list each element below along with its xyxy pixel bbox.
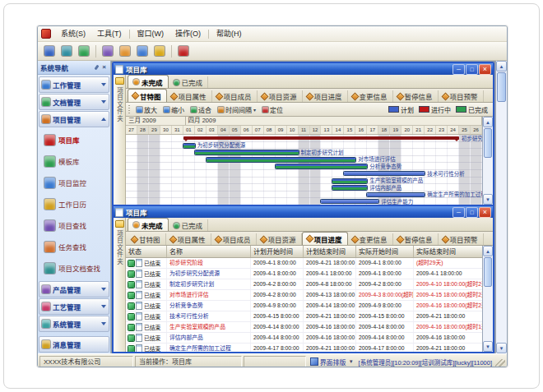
table-row[interactable]: 已结束初步研究阶段2009-4-1 8:00:002009-4-21 18:00… xyxy=(126,258,482,269)
view-tab-8[interactable]: 项目预警 xyxy=(439,90,484,102)
table-row[interactable]: 已结束确定生产所需的加工过程2009-4-17 8:00:002009-4-21… xyxy=(126,344,482,352)
sidebar-section-6[interactable]: 系统管理 xyxy=(39,316,109,332)
gantt-tool-1[interactable]: 放大 xyxy=(134,104,160,115)
scroll-up-icon[interactable] xyxy=(483,246,493,256)
save-icon[interactable] xyxy=(42,44,57,58)
window-titlebar[interactable]: 项目库 xyxy=(114,206,493,218)
resize-grip[interactable] xyxy=(495,359,505,367)
exit-icon[interactable] xyxy=(176,44,191,58)
table-row[interactable]: 已结束对市场进行评估2009-4-2 8:00:002009-4-13 18:0… xyxy=(126,290,482,301)
sidebar-item-6[interactable]: 任务查找 xyxy=(38,236,110,257)
globe-icon[interactable] xyxy=(59,44,74,58)
view-tab-1[interactable]: 甘特图 xyxy=(128,89,167,102)
gantt-tool-5[interactable]: 定位 xyxy=(260,104,285,115)
gantt-bar[interactable] xyxy=(332,186,367,190)
sidebar-section-4[interactable]: 产品管理 xyxy=(39,281,109,297)
sidebar-section-3[interactable]: 项目管理 xyxy=(39,111,109,127)
table-vertical-scrollbar[interactable] xyxy=(482,246,493,352)
window-icon[interactable] xyxy=(100,44,115,58)
menu-item-3[interactable]: 窗口(W) xyxy=(132,27,170,41)
tab-status-2[interactable]: 已完成 xyxy=(169,76,209,88)
sidebar-section-1[interactable]: 工作管理 xyxy=(39,76,109,93)
sidebar-item-message-management[interactable]: 消息管理 xyxy=(39,336,109,353)
view-tab-6[interactable]: 变更信息 xyxy=(348,233,393,245)
column-header-4[interactable]: 计划结束时间 xyxy=(304,246,356,257)
close-button[interactable] xyxy=(479,207,491,218)
table-row[interactable]: 已结束评估内部产品2009-4-14 8:00:002009-4-16 18:0… xyxy=(126,333,482,344)
view-tab-7[interactable]: 暂停信息 xyxy=(393,233,439,245)
gantt-bar[interactable] xyxy=(332,179,367,183)
view-tab-7[interactable]: 暂停信息 xyxy=(393,90,439,102)
sidebar-section-5[interactable]: 工艺管理 xyxy=(39,298,109,315)
folder-tab[interactable]: 项目文件夹 xyxy=(114,218,126,352)
table-row[interactable]: 已结束生产实验室规模的产品2009-4-14 8:00:002009-4-16 … xyxy=(126,322,482,333)
minimize-button[interactable] xyxy=(452,207,465,218)
refresh-icon[interactable] xyxy=(77,44,91,58)
view-tab-1[interactable]: 甘特图 xyxy=(128,233,166,245)
gantt-bar[interactable] xyxy=(344,172,425,175)
table-row[interactable]: 已结束制定初步研究计划2009-4-2 8:00:002009-4-8 18:0… xyxy=(126,279,482,290)
gantt-tool-4[interactable]: 时间间隔▾ xyxy=(216,104,258,115)
chart-icon[interactable] xyxy=(135,44,150,58)
maximize-button[interactable] xyxy=(466,64,478,75)
view-tab-5[interactable]: 项目进度 xyxy=(303,90,348,102)
mail-icon[interactable] xyxy=(118,44,132,58)
minimize-button[interactable] xyxy=(452,64,465,75)
pin-icon[interactable] xyxy=(93,64,100,71)
menu-item-1[interactable]: 系统(S) xyxy=(55,27,91,41)
sidebar-section-2[interactable]: 文档管理 xyxy=(39,94,109,110)
view-tab-3[interactable]: 项目成员 xyxy=(212,90,258,102)
column-header-5[interactable]: 实际开始时间 xyxy=(356,246,414,257)
view-tab-8[interactable]: 项目预警 xyxy=(439,233,484,245)
table-row[interactable]: 已结束为初步研究分配资源2009-4-1 8:00:002009-4-1 18:… xyxy=(126,269,482,279)
sidebar-item-3[interactable]: 项目监控 xyxy=(38,172,110,193)
view-tab-5[interactable]: 项目进度 xyxy=(302,232,348,245)
sidebar-item-1[interactable]: 项目库 xyxy=(38,129,110,150)
view-tab-4[interactable]: 项目资源 xyxy=(257,233,302,245)
gantt-tool-2[interactable]: 缩小 xyxy=(161,104,187,115)
view-tab-6[interactable]: 变更信息 xyxy=(348,90,393,102)
view-tab-2[interactable]: 项目属性 xyxy=(166,233,211,245)
scroll-up-icon[interactable] xyxy=(483,117,493,127)
sidebar-item-2[interactable]: 模板库 xyxy=(38,150,110,172)
sidebar-item-7[interactable]: 项目文档查找 xyxy=(38,257,110,279)
scroll-thumb[interactable] xyxy=(497,72,506,102)
gantt-bar[interactable] xyxy=(183,136,459,140)
menu-item-5[interactable]: 帮助(H) xyxy=(211,27,248,41)
gantt-bar[interactable] xyxy=(183,144,195,148)
tab-status-1[interactable]: 未完成 xyxy=(128,218,169,231)
gantt-vertical-scrollbar[interactable] xyxy=(482,117,493,205)
scroll-thumb[interactable] xyxy=(484,128,492,158)
menu-item-4[interactable]: 操作(O) xyxy=(169,27,207,41)
scroll-down-icon[interactable] xyxy=(483,341,493,352)
lock-icon[interactable] xyxy=(152,44,167,58)
maximize-button[interactable] xyxy=(466,207,478,218)
gantt-bar[interactable] xyxy=(195,150,299,154)
layout-selector[interactable]: 界面排版 ▼ xyxy=(308,357,357,367)
sidebar-item-5[interactable]: 项目查找 xyxy=(38,214,110,236)
scroll-up-icon[interactable] xyxy=(496,61,507,71)
close-button[interactable] xyxy=(479,64,491,75)
view-tab-4[interactable]: 项目资源 xyxy=(258,90,303,102)
scroll-down-icon[interactable] xyxy=(496,343,507,353)
scroll-down-icon[interactable] xyxy=(483,194,493,205)
column-header-6[interactable]: 实际结束时间 xyxy=(414,246,484,257)
tab-status-1[interactable]: 未完成 xyxy=(128,75,169,88)
table-row[interactable]: 已结束技术可行性分析2009-4-15 8:00:002009-4-21 18:… xyxy=(126,311,482,322)
sidebar-item-4[interactable]: 工作日历 xyxy=(38,193,110,214)
menu-item-2[interactable]: 工具(T) xyxy=(91,27,128,41)
gantt-bar[interactable] xyxy=(207,158,356,162)
column-header-2[interactable]: 名称 xyxy=(167,246,251,257)
folder-tab[interactable]: 项目文件夹 xyxy=(114,75,126,205)
gantt-tool-3[interactable]: 适合 xyxy=(188,104,214,115)
close-icon[interactable]: × xyxy=(100,64,108,71)
window-titlebar[interactable]: 项目库 xyxy=(114,63,493,75)
mdi-vertical-scrollbar[interactable] xyxy=(495,61,507,353)
column-header-3[interactable]: 计划开始时间 xyxy=(251,246,304,257)
tab-status-2[interactable]: 已完成 xyxy=(169,219,209,231)
column-header-1[interactable]: 状态 xyxy=(126,246,167,257)
view-tab-2[interactable]: 项目属性 xyxy=(167,90,212,102)
gantt-bar[interactable] xyxy=(276,164,368,168)
gantt-bar[interactable] xyxy=(321,200,378,203)
view-tab-3[interactable]: 项目成员 xyxy=(211,233,257,245)
